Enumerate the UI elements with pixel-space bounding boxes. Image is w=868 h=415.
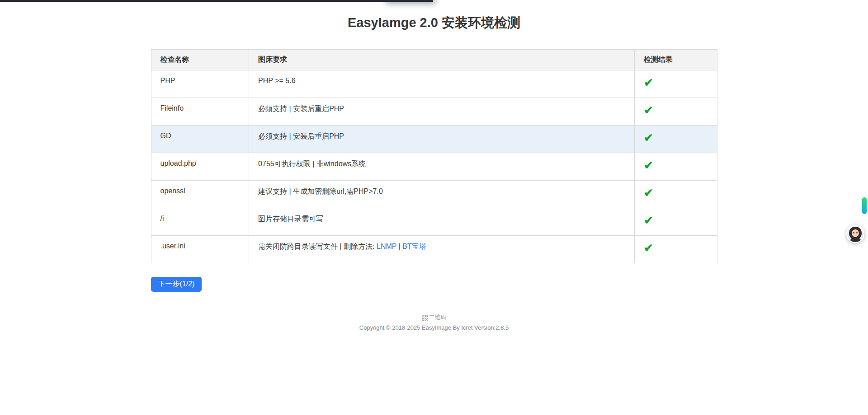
page-footer: 二维码 Copyright © 2018-2025 EasyImage By I… bbox=[151, 313, 717, 332]
check-icon: ✔ bbox=[644, 187, 654, 199]
result-cell: ✔ bbox=[634, 153, 717, 181]
requirement-link[interactable]: LNMP bbox=[377, 242, 396, 250]
header-result: 检测结果 bbox=[634, 50, 717, 70]
next-step-button[interactable]: 下一步(1/2) bbox=[151, 277, 202, 292]
bottom-divider bbox=[151, 301, 717, 301]
check-icon: ✔ bbox=[644, 242, 654, 254]
requirement-cell: PHP >= 5.6 bbox=[249, 70, 635, 98]
requirement-cell: 必须支持 | 安装后重启PHP bbox=[249, 126, 635, 153]
table-row: /i图片存储目录需可写✔ bbox=[151, 208, 717, 236]
avatar-eye-left bbox=[853, 232, 854, 233]
requirement-cell: 需关闭防跨目录读写文件 | 删除方法: LNMP | BT宝塔 bbox=[249, 236, 635, 263]
check-icon: ✔ bbox=[644, 132, 654, 144]
check-name-cell: Fileinfo bbox=[151, 98, 249, 126]
assistant-avatar[interactable] bbox=[846, 225, 864, 243]
check-name-cell: .user.ini bbox=[151, 236, 249, 263]
requirement-cell: 0755可执行权限 | 非windows系统 bbox=[249, 153, 635, 181]
copyright-text: Copyright © 2018-2025 EasyImage By Icret… bbox=[151, 323, 717, 332]
requirement-cell: 建议支持 | 生成加密删除url,需PHP>7.0 bbox=[249, 181, 635, 208]
requirement-link[interactable]: BT宝塔 bbox=[402, 242, 426, 250]
qrcode-label: 二维码 bbox=[429, 313, 447, 322]
scroll-indicator-bar[interactable] bbox=[862, 197, 867, 214]
qrcode-link[interactable]: 二维码 bbox=[422, 313, 447, 322]
result-cell: ✔ bbox=[634, 70, 717, 98]
table-body: PHPPHP >= 5.6✔Fileinfo必须支持 | 安装后重启PHP✔GD… bbox=[151, 70, 717, 263]
table-row: upload.php0755可执行权限 | 非windows系统✔ bbox=[151, 153, 717, 181]
table-row: PHPPHP >= 5.6✔ bbox=[151, 70, 717, 98]
avatar-shirt bbox=[850, 238, 861, 243]
check-name-cell: upload.php bbox=[151, 153, 249, 181]
check-icon: ✔ bbox=[644, 159, 654, 171]
loading-progress-bar bbox=[0, 0, 433, 2]
requirement-cell: 必须支持 | 安装后重启PHP bbox=[249, 98, 635, 126]
avatar-eye-right bbox=[856, 232, 858, 233]
header-check-name: 检查名称 bbox=[151, 50, 249, 70]
requirement-cell: 图片存储目录需可写 bbox=[249, 208, 635, 236]
table-row: Fileinfo必须支持 | 安装后重启PHP✔ bbox=[151, 98, 717, 126]
title-divider bbox=[151, 39, 717, 39]
check-icon: ✔ bbox=[644, 214, 654, 226]
table-row: openssl建议支持 | 生成加密删除url,需PHP>7.0✔ bbox=[151, 181, 717, 208]
check-name-cell: openssl bbox=[151, 181, 249, 208]
result-cell: ✔ bbox=[634, 236, 717, 263]
check-icon: ✔ bbox=[644, 77, 654, 89]
table-row: .user.ini需关闭防跨目录读写文件 | 删除方法: LNMP | BT宝塔… bbox=[151, 236, 717, 263]
result-cell: ✔ bbox=[634, 208, 717, 236]
page-title: EasyIamge 2.0 安装环境检测 bbox=[151, 14, 717, 32]
qrcode-icon bbox=[422, 315, 428, 321]
result-cell: ✔ bbox=[634, 126, 717, 153]
check-icon: ✔ bbox=[644, 104, 654, 116]
env-check-table: 检查名称 图床要求 检测结果 PHPPHP >= 5.6✔Fileinfo必须支… bbox=[151, 49, 717, 263]
result-cell: ✔ bbox=[634, 98, 717, 126]
check-name-cell: PHP bbox=[151, 70, 249, 98]
table-header-row: 检查名称 图床要求 检测结果 bbox=[151, 50, 717, 70]
header-requirement: 图床要求 bbox=[249, 50, 635, 70]
table-row: GD必须支持 | 安装后重启PHP✔ bbox=[151, 126, 717, 153]
check-name-cell: /i bbox=[151, 208, 249, 236]
check-name-cell: GD bbox=[151, 126, 249, 153]
result-cell: ✔ bbox=[634, 181, 717, 208]
main-container: EasyIamge 2.0 安装环境检测 检查名称 图床要求 检测结果 PHPP… bbox=[151, 14, 717, 332]
